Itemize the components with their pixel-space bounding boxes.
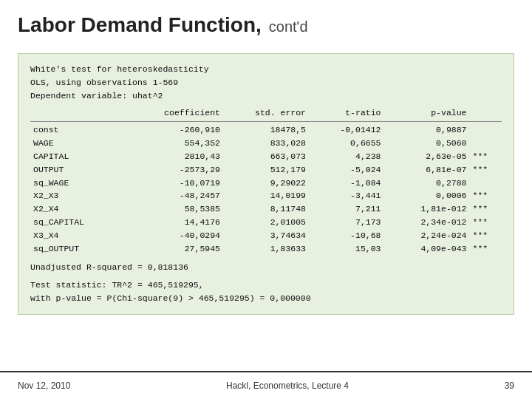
row-stars: *** — [470, 202, 502, 216]
footer-line2: Test statistic: TR^2 = 465,519295, — [30, 279, 502, 292]
row-coeff: 58,5385 — [127, 202, 224, 216]
row-stars: *** — [470, 242, 502, 256]
row-stars — [470, 123, 502, 137]
page-title: Labor Demand Function, cont'd — [0, 0, 532, 46]
row-pvalue: 6,81e-07 — [384, 163, 470, 177]
table-row: X3_X4 -40,0294 3,74634 -10,68 2,24e-024 … — [30, 229, 502, 242]
row-pvalue: 0,5060 — [384, 137, 470, 150]
row-label: sq_OUTPUT — [30, 242, 127, 256]
header-line3: Dependent variable: uhat^2 — [30, 89, 502, 103]
row-tratio: -0,01412 — [309, 123, 384, 137]
row-tratio: -1,084 — [309, 177, 384, 190]
row-stderr: 663,073 — [223, 150, 309, 163]
row-stars — [470, 137, 502, 150]
col-stars-header — [470, 106, 502, 121]
footer-line1: Unadjusted R-squared = 0,818136 — [30, 261, 502, 274]
table-row: OUTPUT -2573,29 512,179 -5,024 6,81e-07 … — [30, 163, 502, 177]
row-label: WAGE — [30, 137, 127, 150]
row-tratio: 7,173 — [309, 216, 384, 229]
title-main: Labor Demand Function, — [18, 13, 262, 37]
row-coeff: 554,352 — [127, 137, 224, 150]
col-label-header — [30, 106, 127, 121]
row-pvalue: 0,2788 — [384, 177, 470, 190]
row-stderr: 3,74634 — [223, 229, 309, 242]
table-row: WAGE 554,352 833,028 0,6655 0,5060 — [30, 137, 502, 150]
table-row: sq_OUTPUT 27,5945 1,83633 15,03 4,09e-04… — [30, 242, 502, 256]
row-stderr: 9,29022 — [223, 177, 309, 190]
row-pvalue: 2,24e-024 — [384, 229, 470, 242]
row-coeff: -10,0719 — [127, 177, 224, 190]
row-stderr: 2,01005 — [223, 216, 309, 229]
row-stderr: 8,11748 — [223, 202, 309, 216]
row-stars — [470, 177, 502, 190]
col-tratio-header: t-ratio — [309, 106, 384, 121]
row-pvalue: 1,81e-012 — [384, 202, 470, 216]
header-line1: White's test for heteroskedasticity — [30, 63, 502, 76]
col-stderr-header: std. error — [223, 106, 309, 121]
col-pvalue-header: p-value — [384, 106, 470, 121]
title-contd: cont'd — [269, 18, 308, 35]
row-pvalue: 0,0006 — [384, 189, 470, 202]
row-pvalue: 0,9887 — [384, 123, 470, 137]
row-label: const — [30, 123, 127, 137]
table-row: sq_CAPITAL 14,4176 2,01005 7,173 2,34e-0… — [30, 216, 502, 229]
row-tratio: 4,238 — [309, 150, 384, 163]
row-label: OUTPUT — [30, 163, 127, 177]
row-stars: *** — [470, 229, 502, 242]
footer-stats: Unadjusted R-squared = 0,818136 Test sta… — [30, 261, 502, 304]
row-stderr: 833,028 — [223, 137, 309, 150]
row-tratio: -10,68 — [309, 229, 384, 242]
table-row: sq_WAGE -10,0719 9,29022 -1,084 0,2788 — [30, 177, 502, 190]
bottom-right: 39 — [505, 381, 514, 391]
row-stars: *** — [470, 150, 502, 163]
content-area: White's test for heteroskedasticity OLS,… — [0, 46, 532, 315]
row-stderr: 14,0199 — [223, 189, 309, 202]
row-label: X3_X4 — [30, 229, 127, 242]
row-coeff: 2810,43 — [127, 150, 224, 163]
bottom-center: Hackl, Econometrics, Lecture 4 — [226, 381, 349, 391]
row-coeff: 27,5945 — [127, 242, 224, 256]
header-line2: OLS, using observations 1-569 — [30, 76, 502, 89]
stats-header: White's test for heteroskedasticity OLS,… — [30, 63, 502, 102]
row-label: X2_X4 — [30, 202, 127, 216]
stats-box: White's test for heteroskedasticity OLS,… — [18, 53, 514, 315]
row-coeff: -40,0294 — [127, 229, 224, 242]
row-pvalue: 2,63e-05 — [384, 150, 470, 163]
row-coeff: -260,910 — [127, 123, 224, 137]
row-pvalue: 4,09e-043 — [384, 242, 470, 256]
row-tratio: 7,211 — [309, 202, 384, 216]
table-row: X2_X3 -48,2457 14,0199 -3,441 0,0006 *** — [30, 189, 502, 202]
row-stderr: 18478,5 — [223, 123, 309, 137]
row-label: sq_WAGE — [30, 177, 127, 190]
row-stderr: 512,179 — [223, 163, 309, 177]
row-tratio: -3,441 — [309, 189, 384, 202]
row-coeff: -48,2457 — [127, 189, 224, 202]
row-tratio: -5,024 — [309, 163, 384, 177]
row-tratio: 0,6655 — [309, 137, 384, 150]
table-row: X2_X4 58,5385 8,11748 7,211 1,81e-012 **… — [30, 202, 502, 216]
bottom-left: Nov 12, 2010 — [18, 381, 70, 391]
row-tratio: 15,03 — [309, 242, 384, 256]
row-coeff: 14,4176 — [127, 216, 224, 229]
row-stars: *** — [470, 189, 502, 202]
stats-table: coefficient std. error t-ratio p-value c… — [30, 106, 502, 255]
table-row: CAPITAL 2810,43 663,073 4,238 2,63e-05 *… — [30, 150, 502, 163]
row-stars: *** — [470, 163, 502, 177]
row-label: sq_CAPITAL — [30, 216, 127, 229]
bottom-bar: Nov 12, 2010 Hackl, Econometrics, Lectur… — [0, 371, 532, 399]
col-coeff-header: coefficient — [127, 106, 224, 121]
row-pvalue: 2,34e-012 — [384, 216, 470, 229]
row-label: CAPITAL — [30, 150, 127, 163]
row-stars: *** — [470, 216, 502, 229]
row-coeff: -2573,29 — [127, 163, 224, 177]
table-row: const -260,910 18478,5 -0,01412 0,9887 — [30, 123, 502, 137]
row-label: X2_X3 — [30, 189, 127, 202]
col-header-row: coefficient std. error t-ratio p-value — [30, 106, 502, 121]
row-stderr: 1,83633 — [223, 242, 309, 256]
footer-line3: with p-value = P(Chi-square(9) > 465,519… — [30, 292, 502, 305]
